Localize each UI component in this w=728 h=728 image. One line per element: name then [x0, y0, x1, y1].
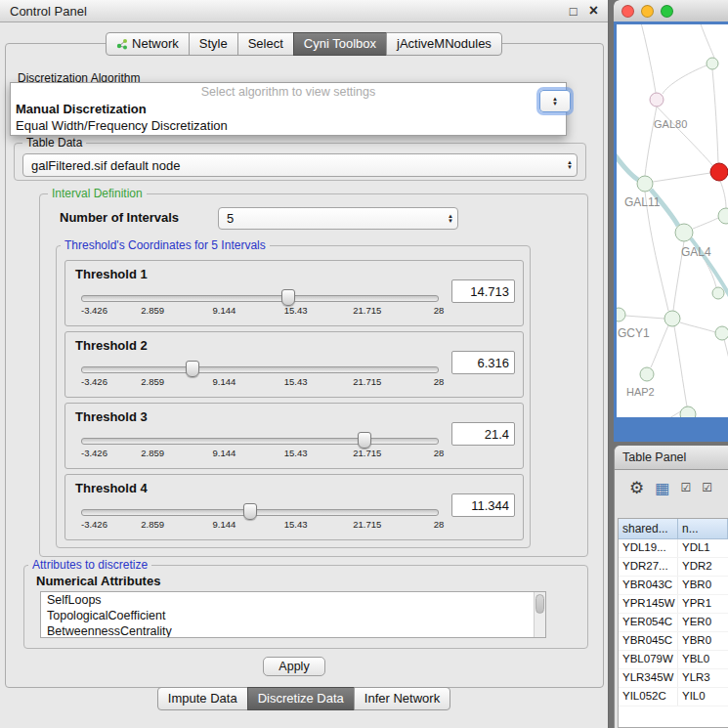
table-cell[interactable]: YDL1 [678, 539, 728, 557]
zoom-traffic-light[interactable] [661, 5, 673, 18]
network-node[interactable] [712, 287, 724, 299]
table-row[interactable]: YPR145WYPR1 [619, 595, 728, 614]
network-node[interactable] [637, 176, 653, 192]
network-edge[interactable] [720, 181, 726, 208]
list-item[interactable]: SelfLoops [41, 592, 545, 608]
network-node[interactable] [718, 208, 728, 224]
table-cell[interactable]: YBL0 [678, 651, 728, 668]
apply-button[interactable]: Apply [263, 657, 325, 676]
network-window-titlebar[interactable] [614, 0, 728, 22]
network-edge[interactable] [617, 150, 638, 180]
show-columns-icon[interactable]: ▦ [655, 480, 669, 496]
network-edge[interactable] [657, 107, 712, 165]
table-cell[interactable]: YIL0 [678, 688, 728, 706]
tab-infer-network[interactable]: Infer Network [354, 687, 450, 710]
numerical-attributes-list[interactable]: SelfLoops TopologicalCoefficient Between… [40, 591, 546, 638]
network-node[interactable] [710, 163, 728, 181]
control-panel-titlebar[interactable]: Control Panel □ × [0, 0, 608, 22]
network-edge[interactable] [651, 325, 668, 367]
close-traffic-light[interactable] [621, 5, 634, 18]
dropdown-item-manual-discretization[interactable]: Manual Discretization [11, 101, 566, 117]
network-edge[interactable] [663, 65, 707, 94]
network-node[interactable] [664, 311, 680, 326]
tab-discretize-data[interactable]: Discretize Data [247, 687, 355, 710]
network-node[interactable] [617, 308, 625, 321]
network-edge[interactable] [693, 218, 718, 229]
table-row[interactable]: YDR27...YDR2 [619, 558, 728, 577]
slider-handle[interactable] [281, 289, 295, 306]
table-cell[interactable]: YBR043C [619, 577, 678, 594]
threshold-2-value-input[interactable] [451, 351, 515, 374]
settings-gear-icon[interactable]: ⚙ [629, 480, 644, 496]
slider-track[interactable] [81, 295, 439, 302]
table-row[interactable]: YIL052CYIL0 [619, 688, 728, 707]
tab-cyni-toolbox[interactable]: Cyni Toolbox [293, 32, 387, 56]
threshold-3-value-input[interactable] [451, 422, 515, 446]
slider-handle[interactable] [243, 503, 257, 520]
table-row[interactable]: YBR043CYBR0 [619, 577, 728, 595]
threshold-4-slider[interactable]: -3.426 2.859 9.144 15.43 21.715 28 [81, 502, 439, 534]
float-window-icon[interactable]: □ [570, 4, 578, 19]
slider-track[interactable] [81, 366, 439, 373]
dropdown-item-equal-width-frequency[interactable]: Equal Width/Frequency Discretization [11, 117, 566, 134]
network-node[interactable] [715, 326, 728, 340]
network-edge[interactable] [640, 24, 656, 93]
tab-style[interactable]: Style [189, 32, 238, 56]
table-cell[interactable]: YIL052C [619, 688, 678, 706]
network-canvas[interactable]: GAL80GAL11GAL4GCY1HAP2 [617, 24, 728, 417]
table-cell[interactable]: YBL079W [619, 651, 678, 668]
table-row[interactable]: YER054CYER0 [619, 614, 728, 632]
network-edge[interactable] [625, 316, 664, 319]
table-cell[interactable]: YDR27... [619, 558, 678, 576]
tab-network[interactable]: Network [106, 32, 190, 56]
list-item[interactable]: BetweennessCentrality [41, 623, 545, 638]
list-scrollbar[interactable] [534, 592, 545, 637]
table-row[interactable]: YBL079WYBL0 [619, 651, 728, 669]
close-window-icon[interactable]: × [589, 6, 598, 16]
network-node[interactable] [675, 224, 693, 241]
tab-jactivemnodules[interactable]: jActiveMNodules [386, 32, 502, 56]
table-cell[interactable]: YER0 [678, 614, 728, 631]
table-row[interactable]: YDL19...YDL1 [619, 539, 728, 558]
slider-handle[interactable] [186, 361, 199, 377]
table-cell[interactable]: YDR2 [678, 558, 728, 576]
threshold-1-slider[interactable]: -3.426 2.859 9.144 15.43 21.715 28 [81, 288, 439, 320]
table-row[interactable]: YBR045CYBR0 [619, 632, 728, 651]
table-cell[interactable]: YLR3 [678, 669, 728, 687]
network-edge[interactable] [699, 24, 714, 58]
table-data-combo[interactable]: galFiltered.sif default node ▲▼ [22, 153, 578, 177]
table-cell[interactable]: YBR0 [678, 577, 728, 594]
minimize-traffic-light[interactable] [641, 5, 654, 18]
network-edge[interactable] [674, 326, 687, 407]
column-header-shared-name[interactable]: shared... [619, 519, 678, 539]
column-header-name[interactable]: n... [678, 519, 728, 539]
table-panel-titlebar[interactable]: Table Panel [615, 446, 728, 470]
slider-track[interactable] [81, 509, 439, 516]
tab-select[interactable]: Select [237, 32, 294, 56]
network-edge[interactable] [680, 322, 715, 332]
threshold-2-slider[interactable]: -3.426 2.859 9.144 15.43 21.715 28 [81, 360, 439, 391]
tab-impute-data[interactable]: Impute Data [157, 687, 248, 710]
threshold-3-slider[interactable]: -3.426 2.859 9.144 15.43 21.715 28 [81, 431, 439, 462]
table-cell[interactable]: YPR1 [678, 595, 728, 613]
scrollbar-thumb[interactable] [535, 594, 544, 614]
list-item[interactable]: TopologicalCoefficient [41, 608, 545, 623]
network-node[interactable] [707, 58, 718, 69]
table-cell[interactable]: YBR045C [619, 632, 678, 650]
network-edge[interactable] [645, 107, 657, 176]
network-edge[interactable] [724, 339, 728, 372]
table-cell[interactable]: YDL19... [619, 539, 678, 557]
network-edge[interactable] [712, 69, 718, 163]
table-row[interactable]: YLR345WYLR3 [619, 669, 728, 688]
algorithm-combo-stepper[interactable]: ▲▼ [539, 90, 571, 112]
table-cell[interactable]: YPR145W [619, 595, 678, 613]
network-node[interactable] [680, 407, 696, 417]
select-none-icon[interactable]: ☑ [702, 480, 712, 496]
slider-track[interactable] [81, 438, 439, 445]
slider-handle[interactable] [358, 432, 371, 449]
threshold-1-value-input[interactable] [451, 279, 515, 303]
table-cell[interactable]: YBR0 [678, 632, 728, 650]
network-node[interactable] [650, 93, 664, 107]
select-all-icon[interactable]: ☑ [680, 480, 691, 496]
table-cell[interactable]: YLR345W [619, 669, 678, 687]
